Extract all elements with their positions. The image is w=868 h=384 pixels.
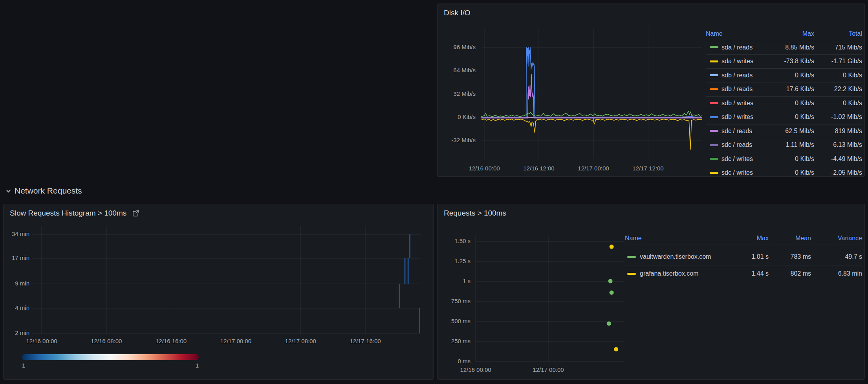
y-axis-label: -32 Mib/s	[451, 137, 476, 143]
grafana-dashboard: Disk I/O 12/16 00:0012/16 12:0012/17 00:…	[0, 0, 868, 384]
y-axis-label: 1.25 s	[454, 258, 471, 264]
series-line	[482, 119, 702, 149]
y-axis-label: 96 Mib/s	[453, 44, 476, 50]
panel-slow-requests-histogram: Slow Requests Histogram > 100ms 12/16 00…	[3, 204, 434, 380]
series-color-swatch	[627, 256, 636, 258]
series-line	[482, 111, 702, 117]
heatmap-cell[interactable]	[408, 258, 409, 284]
legend-swatch-cell	[706, 82, 722, 97]
legend-swatch-cell	[706, 152, 722, 166]
requests-legend: NameMaxMeanVariancevaultwarden.tiserbox.…	[625, 232, 862, 282]
y-axis-label: 9 min	[15, 280, 29, 287]
series-color-swatch	[710, 172, 718, 174]
legend-header-name[interactable]: Name	[625, 232, 722, 245]
disk-io-legend: NameMaxTotalsda / reads8.85 Mib/s715 Mib…	[706, 27, 862, 177]
heatmap-cell[interactable]	[404, 258, 405, 284]
legend-swatch-cell	[706, 41, 722, 55]
heatmap-cell[interactable]	[399, 284, 400, 308]
legend-swatch-cell	[706, 166, 722, 177]
legend-value: -2.05 Mib/s	[814, 166, 862, 177]
legend-series-name[interactable]: sdb / writes	[722, 97, 770, 111]
legend-swatch-cell	[625, 265, 640, 282]
legend-value: 0 Kib/s	[770, 152, 814, 166]
legend-header-name[interactable]: Name	[706, 27, 770, 41]
scatter-point[interactable]	[610, 291, 614, 295]
legend-value: 1.44 s	[722, 265, 769, 282]
scale-min-label: 1	[22, 362, 25, 369]
legend-header-variance[interactable]: Variance	[811, 232, 862, 245]
legend-series-name[interactable]: grafana.tiserbox.com	[640, 265, 722, 282]
series-color-swatch	[627, 273, 636, 275]
legend-value: 0 Kib/s	[814, 69, 862, 83]
legend-swatch-cell	[706, 138, 722, 152]
legend-swatch-cell	[706, 110, 722, 124]
legend-header-total[interactable]: Total	[814, 27, 862, 41]
legend-value: 49.7 s	[811, 249, 862, 265]
legend-series-name[interactable]: sdb / reads	[722, 69, 770, 83]
legend-value: 802 ms	[769, 265, 811, 282]
legend-value: 17.6 Kib/s	[770, 82, 814, 97]
legend-swatch-cell	[706, 55, 722, 69]
heatmap-cell[interactable]	[419, 308, 420, 333]
y-axis-label: 0 ms	[458, 358, 471, 364]
y-axis-label: 750 ms	[451, 298, 471, 304]
x-axis-label: 12/16 08:00	[91, 338, 122, 344]
series-color-swatch	[710, 144, 718, 146]
scatter-point[interactable]	[608, 279, 613, 283]
heatmap-color-scale-labels: 1 1	[22, 362, 199, 369]
legend-value: 8.85 Mib/s	[770, 41, 814, 55]
legend-header-max[interactable]: Max	[770, 27, 814, 41]
x-axis-label: 12/16 00:00	[26, 338, 57, 344]
panel-disk-io: Disk I/O 12/16 00:0012/16 12:0012/17 00:…	[437, 4, 865, 177]
legend-value: 22.2 Kib/s	[814, 82, 862, 97]
legend-series-name[interactable]: sda / writes	[722, 55, 770, 69]
scatter-point[interactable]	[610, 245, 614, 249]
legend-swatch-cell	[625, 249, 640, 265]
legend-header-max[interactable]: Max	[722, 232, 769, 245]
legend-swatch-cell	[706, 69, 722, 83]
series-color-swatch	[710, 158, 718, 160]
legend-header-mean[interactable]: Mean	[769, 232, 811, 245]
legend-series-name[interactable]: vaultwarden.tiserbox.com	[640, 249, 722, 265]
legend-swatch-cell	[706, 124, 722, 139]
legend-series-name[interactable]: sda / reads	[722, 41, 770, 55]
slow-requests-heatmap-chart[interactable]: 12/16 00:0012/16 08:0012/16 16:0012/17 0…	[4, 204, 434, 380]
legend-value: -1.71 Gib/s	[814, 55, 862, 69]
legend-series-name[interactable]: sdb / writes	[722, 110, 770, 124]
series-color-swatch	[710, 74, 718, 76]
x-axis-label: 12/16 12:00	[523, 165, 554, 172]
legend-value: 1.11 Mib/s	[770, 138, 814, 152]
y-axis-label: 4 min	[15, 304, 29, 311]
heatmap-cell[interactable]	[409, 234, 410, 258]
section-title: Network Requests	[15, 186, 82, 196]
legend-series-name[interactable]: sdc / reads	[722, 124, 770, 139]
legend-value: 0 Kib/s	[814, 97, 862, 111]
heatmap-color-scale	[22, 354, 199, 360]
series-color-swatch	[710, 88, 718, 90]
series-color-swatch	[710, 46, 718, 48]
legend-series-name[interactable]: sdb / reads	[722, 82, 770, 97]
scatter-point[interactable]	[607, 322, 611, 326]
x-axis-label: 12/16 00:00	[469, 165, 500, 172]
legend-value: 0 Kib/s	[770, 69, 814, 83]
legend-swatch-cell	[706, 97, 722, 111]
scatter-point[interactable]	[614, 347, 618, 351]
chevron-down-icon	[5, 188, 11, 194]
legend-value: -1.02 Mib/s	[814, 110, 862, 124]
section-header-network-requests[interactable]: Network Requests	[5, 186, 82, 196]
y-axis-label: 1 s	[463, 278, 471, 284]
y-axis-label: 250 ms	[451, 338, 471, 344]
legend-value: 62.5 Mib/s	[770, 124, 814, 139]
legend-value: -73.8 Kib/s	[770, 55, 814, 69]
legend-series-name[interactable]: sdc / reads	[722, 138, 770, 152]
requests-scatter-chart[interactable]: 12/16 00:0012/17 00:001.50 s1.25 s1 s750…	[438, 204, 865, 380]
series-line	[482, 48, 702, 117]
series-color-swatch	[710, 60, 718, 62]
legend-series-name[interactable]: sdc / writes	[722, 166, 770, 177]
legend-value: 0 Kib/s	[770, 166, 814, 177]
series-color-swatch	[710, 116, 718, 118]
y-axis-label: 34 min	[12, 230, 29, 237]
legend-series-name[interactable]: sdc / writes	[722, 152, 770, 166]
legend-value: 819 Mib/s	[814, 124, 862, 139]
y-axis-label: 2 min	[15, 329, 29, 336]
